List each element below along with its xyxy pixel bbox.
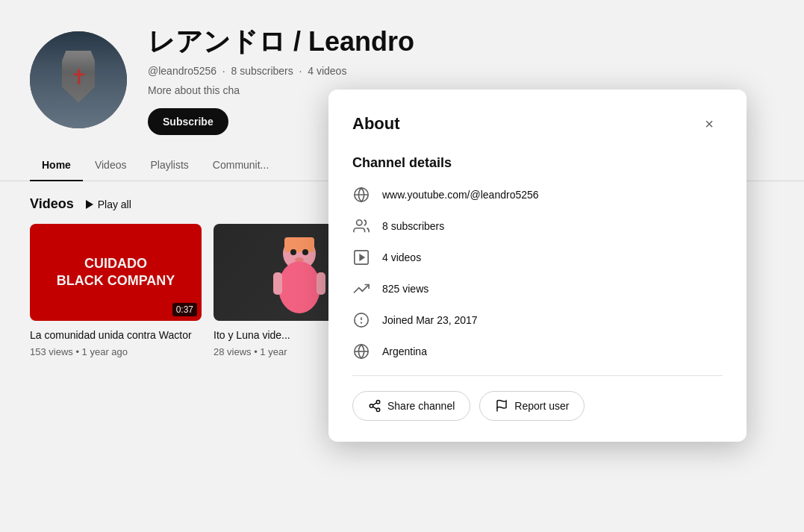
modal-title: About	[352, 114, 400, 134]
detail-row-views: 825 views	[352, 280, 723, 298]
detail-row-country: Argentina	[352, 342, 723, 360]
detail-row-videos: 4 videos	[352, 248, 723, 266]
detail-row-url: www.youtube.com/@leandro5256	[352, 186, 723, 204]
detail-country: Argentina	[382, 345, 427, 357]
detail-row-subscribers: 8 subscribers	[352, 217, 723, 235]
subscribers-icon	[352, 217, 370, 235]
report-user-label: Report user	[514, 400, 569, 412]
report-user-button[interactable]: Report user	[479, 391, 585, 421]
detail-views: 825 views	[382, 283, 429, 295]
svg-point-22	[376, 408, 380, 412]
detail-videos: 4 videos	[382, 251, 421, 263]
svg-point-21	[370, 404, 373, 408]
detail-url: www.youtube.com/@leandro5256	[382, 189, 539, 201]
country-icon	[352, 342, 370, 360]
globe-icon	[352, 186, 370, 204]
channel-page: レアンドロ / Leandro @leandro5256 · 8 subscri…	[0, 0, 804, 532]
about-modal: About × Channel details www.youtube.com/…	[328, 90, 747, 442]
modal-actions: Share channel Report user	[352, 391, 723, 421]
modal-divider	[352, 375, 723, 376]
svg-point-13	[357, 220, 362, 225]
detail-subscribers: 8 subscribers	[382, 220, 444, 232]
close-button[interactable]: ×	[696, 110, 723, 137]
share-icon	[368, 399, 381, 413]
share-channel-button[interactable]: Share channel	[352, 391, 470, 421]
share-channel-label: Share channel	[387, 400, 455, 412]
svg-line-23	[373, 407, 376, 409]
joined-icon	[352, 311, 370, 329]
svg-marker-15	[360, 254, 364, 260]
detail-row-joined: Joined Mar 23, 2017	[352, 311, 723, 329]
modal-header: About ×	[352, 110, 723, 137]
views-icon	[352, 280, 370, 298]
detail-joined: Joined Mar 23, 2017	[382, 314, 478, 326]
videos-icon	[352, 248, 370, 266]
channel-details-heading: Channel details	[352, 155, 723, 171]
svg-point-20	[376, 401, 380, 404]
flag-icon	[495, 399, 508, 413]
svg-line-24	[373, 403, 376, 405]
